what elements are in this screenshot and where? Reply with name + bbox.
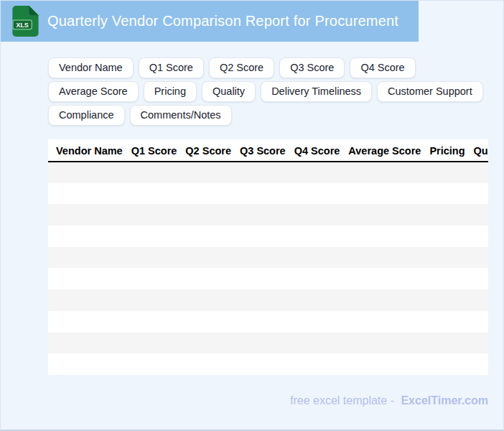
empty-row-cell [48,226,488,247]
table-row [48,311,488,333]
page: { "header": { "title": "Quarterly Vendor… [0,0,504,431]
footer-text: free excel template - [290,394,394,407]
column-header-q4-score: Q4 Score [290,139,345,162]
tag-chip-quality[interactable]: Quality [202,81,256,102]
empty-row-cell [48,247,488,269]
tag-chip-delivery-timeliness[interactable]: Delivery Timeliness [261,81,372,102]
column-header-average-score: Average Score [344,139,425,162]
tag-chip-customer-support[interactable]: Customer Support [377,81,483,102]
empty-row-cell [48,333,488,354]
tag-chip-vendor-name[interactable]: Vendor Name [48,57,134,78]
column-header-q3-score: Q3 Score [235,139,290,162]
table-row [48,247,488,269]
empty-row-cell [48,204,488,226]
tag-chip-q2-score[interactable]: Q2 Score [209,57,274,78]
tag-chip-q3-score[interactable]: Q3 Score [279,57,345,78]
empty-row-cell [48,289,488,311]
tag-list: Vendor NameQ1 ScoreQ2 ScoreQ3 ScoreQ4 Sc… [48,57,490,126]
header-banner: XLS Quarterly Vendor Comparison Report f… [1,1,419,42]
table-row [48,353,488,375]
page-title: Quarterly Vendor Comparison Report for P… [47,13,398,29]
empty-row-cell [48,162,488,183]
column-header-vendor-name: Vendor Name [48,139,127,162]
table-row [48,268,488,289]
empty-row-cell [48,353,488,375]
table-row [48,162,488,183]
xls-file-icon: XLS [10,5,39,37]
table-row [48,333,488,354]
table-row [48,289,488,311]
column-header-pricing: Pricing [425,139,469,162]
table-row [48,183,488,205]
column-header-quality: Quality [470,139,488,162]
column-header-q1-score: Q1 Score [127,139,182,162]
empty-row-cell [48,268,488,289]
tag-chip-pricing[interactable]: Pricing [144,81,197,102]
footer: free excel template - ExcelTimer.com [48,394,488,407]
brand-link[interactable]: ExcelTimer.com [401,394,488,407]
xls-icon-label: XLS [17,22,29,29]
table-row [48,204,488,226]
tag-chip-average-score[interactable]: Average Score [48,81,139,102]
tag-chip-comments-notes[interactable]: Comments/Notes [130,105,232,126]
column-header-q2-score: Q2 Score [181,139,235,162]
vendor-comparison-table: Vendor NameQ1 ScoreQ2 ScoreQ3 ScoreQ4 Sc… [48,139,488,375]
empty-row-cell [48,311,488,333]
table-container: Vendor NameQ1 ScoreQ2 ScoreQ3 ScoreQ4 Sc… [48,139,488,375]
table-header-row: Vendor NameQ1 ScoreQ2 ScoreQ3 ScoreQ4 Sc… [48,139,488,162]
empty-row-cell [48,183,488,205]
tag-chip-q4-score[interactable]: Q4 Score [350,57,415,78]
table-row [48,226,488,247]
tag-chip-compliance[interactable]: Compliance [48,105,125,126]
tag-chip-q1-score[interactable]: Q1 Score [139,57,204,78]
table-body [48,162,488,375]
